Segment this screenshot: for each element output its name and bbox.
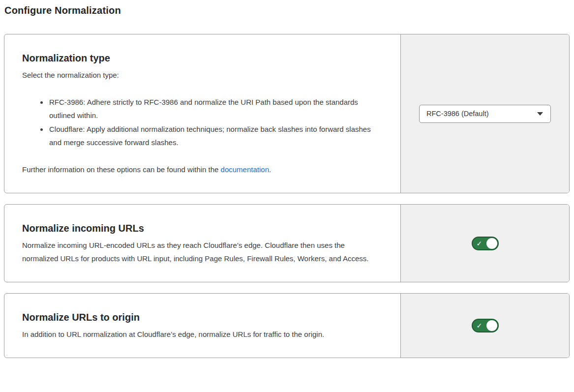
normalize-incoming-urls-control-panel: ✓ — [400, 205, 569, 282]
check-icon: ✓ — [477, 322, 483, 329]
normalize-urls-to-origin-heading: Normalize URLs to origin — [22, 312, 381, 323]
normalization-type-heading: Normalization type — [22, 53, 381, 64]
card-normalize-urls-to-origin: Normalize URLs to origin In addition to … — [4, 293, 570, 358]
normalize-urls-to-origin-toggle[interactable]: ✓ — [472, 319, 499, 332]
documentation-link[interactable]: documentation — [221, 165, 269, 174]
footer-text: Further information on these options can… — [22, 165, 221, 174]
page-title: Configure Normalization — [4, 5, 570, 16]
normalize-incoming-urls-description: Normalize incoming URL-encoded URLs as t… — [22, 239, 381, 265]
normalization-type-content: Normalization type Select the normalizat… — [4, 34, 400, 193]
check-icon: ✓ — [477, 240, 483, 246]
toggle-knob — [486, 320, 497, 331]
toggle-knob — [486, 238, 497, 249]
normalize-incoming-urls-content: Normalize incoming URLs Normalize incomi… — [4, 205, 400, 282]
configure-normalization-page: Configure Normalization Normalization ty… — [0, 0, 574, 373]
normalization-type-footer: Further information on these options can… — [22, 163, 381, 176]
normalize-incoming-urls-toggle[interactable]: ✓ — [472, 237, 499, 250]
list-item: RFC-3986: Adhere strictly to RFC-3986 an… — [48, 95, 381, 122]
normalization-type-intro: Select the normalization type: — [22, 68, 381, 82]
normalize-urls-to-origin-content: Normalize URLs to origin In addition to … — [4, 294, 400, 358]
normalize-urls-to-origin-control-panel: ✓ — [400, 294, 569, 358]
footer-text: . — [269, 165, 271, 174]
card-normalize-incoming-urls: Normalize incoming URLs Normalize incomi… — [4, 204, 570, 282]
normalization-type-options-list: RFC-3986: Adhere strictly to RFC-3986 an… — [22, 95, 381, 149]
card-normalization-type: Normalization type Select the normalizat… — [4, 34, 570, 193]
normalize-incoming-urls-heading: Normalize incoming URLs — [22, 223, 381, 234]
normalization-type-select-value: RFC-3986 (Default) — [426, 110, 489, 118]
chevron-down-icon — [537, 112, 543, 116]
normalize-urls-to-origin-description: In addition to URL normalization at Clou… — [22, 328, 381, 341]
normalization-type-control-panel: RFC-3986 (Default) — [400, 34, 569, 193]
list-item: Cloudflare: Apply additional normalizati… — [48, 122, 381, 149]
normalization-type-select[interactable]: RFC-3986 (Default) — [419, 105, 551, 123]
